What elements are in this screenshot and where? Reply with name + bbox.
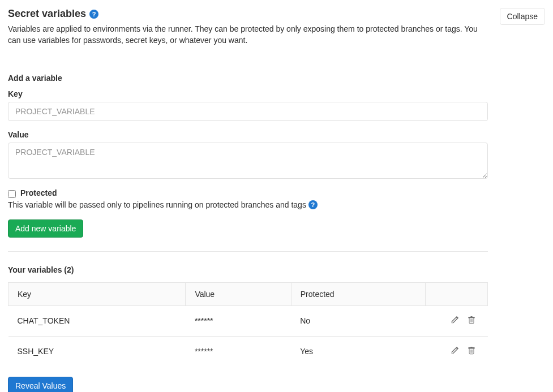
cell-key: SSH_KEY bbox=[8, 336, 186, 367]
trash-icon bbox=[468, 316, 475, 326]
delete-button[interactable] bbox=[464, 346, 479, 357]
collapse-button[interactable]: Collapse bbox=[500, 8, 545, 25]
section-description: Variables are applied to environments vi… bbox=[8, 23, 478, 46]
key-label: Key bbox=[8, 89, 488, 98]
form-heading: Add a variable bbox=[8, 74, 488, 83]
protected-label: Protected bbox=[20, 188, 57, 197]
table-row: SSH_KEY ****** Yes bbox=[8, 336, 488, 367]
column-header-key: Key bbox=[8, 282, 186, 305]
section-header: Secret variables ? Variables are applied… bbox=[8, 8, 545, 46]
column-header-protected: Protected bbox=[291, 282, 425, 305]
trash-icon bbox=[468, 347, 475, 356]
pencil-icon bbox=[451, 347, 458, 356]
value-input[interactable] bbox=[8, 143, 488, 179]
variables-heading: Your variables (2) bbox=[8, 265, 545, 274]
value-label: Value bbox=[8, 130, 488, 139]
reveal-values-button[interactable]: Reveal Values bbox=[8, 377, 73, 392]
help-icon[interactable]: ? bbox=[308, 200, 318, 209]
add-variable-form: Add a variable Key Value Protected This … bbox=[8, 74, 488, 238]
cell-protected: No bbox=[291, 305, 425, 336]
edit-button[interactable] bbox=[447, 315, 462, 327]
cell-key: CHAT_TOKEN bbox=[8, 305, 186, 336]
key-input[interactable] bbox=[8, 102, 488, 121]
delete-button[interactable] bbox=[464, 315, 479, 327]
cell-value: ****** bbox=[186, 336, 291, 367]
table-row: CHAT_TOKEN ****** No bbox=[8, 305, 488, 336]
protected-checkbox[interactable] bbox=[8, 190, 16, 198]
title-text: Secret variables bbox=[8, 8, 86, 20]
section-title: Secret variables ? bbox=[8, 8, 488, 20]
pencil-icon bbox=[451, 316, 458, 326]
variables-table: Key Value Protected CHAT_TOKEN ****** No bbox=[8, 282, 488, 367]
protected-hint-text: This variable will be passed only to pip… bbox=[8, 200, 306, 209]
column-header-actions bbox=[425, 282, 487, 305]
cell-value: ****** bbox=[186, 305, 291, 336]
add-variable-button[interactable]: Add new variable bbox=[8, 219, 83, 238]
column-header-value: Value bbox=[186, 282, 291, 305]
edit-button[interactable] bbox=[447, 346, 462, 357]
protected-hint-row: This variable will be passed only to pip… bbox=[8, 200, 488, 209]
divider bbox=[8, 251, 488, 252]
help-icon[interactable]: ? bbox=[89, 10, 98, 19]
cell-protected: Yes bbox=[291, 336, 425, 367]
